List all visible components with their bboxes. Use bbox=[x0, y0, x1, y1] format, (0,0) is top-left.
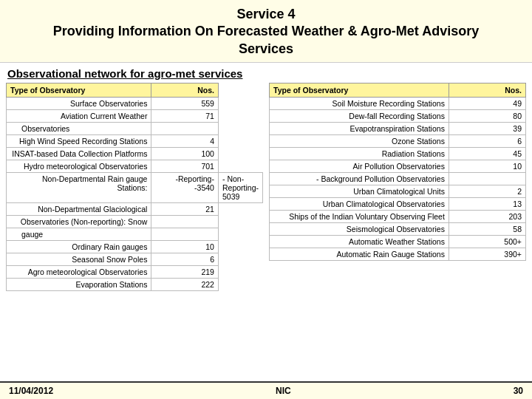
left-table: Type of Observatory Nos. Surface Observa… bbox=[6, 83, 263, 291]
table-row: Automatic Rain Gauge Stations390+ bbox=[270, 248, 526, 261]
right-table: Type of Observatory Nos. Soil Moisture R… bbox=[269, 83, 526, 291]
table-row: Aviation Current Weather71 bbox=[7, 110, 263, 123]
right-col2-header: Nos. bbox=[449, 83, 525, 98]
left-col1-header: Type of Observatory bbox=[7, 83, 151, 98]
table-row: Radiation Stations45 bbox=[270, 148, 526, 160]
table-row: gauge bbox=[7, 228, 263, 241]
table-row: High Wind Speed Recording Stations4 bbox=[7, 135, 263, 148]
table-row: Air Pollution Observatories10 bbox=[270, 160, 526, 173]
table-row: Dew-fall Recording Stations80 bbox=[270, 110, 526, 123]
table-row: Urban Climatological Units2 bbox=[270, 185, 526, 198]
left-col2-header: Nos. bbox=[151, 83, 219, 98]
table-row: Surface Observatories559 bbox=[7, 98, 263, 110]
table-row: Automatic Weather Stations500+ bbox=[270, 236, 526, 248]
table-row: - Background Pollution Observatories bbox=[270, 173, 526, 185]
footer-center: NIC bbox=[276, 386, 291, 396]
table-row: Observatories (Non-reporting): Snow bbox=[7, 216, 263, 228]
table-row: Ozone Stations6 bbox=[270, 135, 526, 148]
table-row: Seasonal Snow Poles6 bbox=[7, 253, 263, 266]
table-row: Soil Moisture Recording Stations49 bbox=[270, 98, 526, 110]
footer-date: 11/04/2012 bbox=[9, 386, 53, 396]
header-title: Service 4 Providing Information On Forec… bbox=[7, 6, 525, 58]
table-row: Ordinary Rain gauges10 bbox=[7, 241, 263, 253]
table-row: Hydro meteorological Observatories701 bbox=[7, 160, 263, 173]
table-row: Agro meteorological Observatories219 bbox=[7, 266, 263, 279]
footer: 11/04/2012 NIC 30 bbox=[0, 381, 532, 399]
header: Service 4 Providing Information On Forec… bbox=[0, 0, 532, 63]
right-col1-header: Type of Observatory bbox=[270, 83, 449, 98]
table-row: Seismological Observatories58 bbox=[270, 223, 526, 236]
table-row: Observatories bbox=[7, 123, 263, 135]
table-row: Non-Departmental Glaciological21 bbox=[7, 203, 263, 216]
section-title: Observational network for agro-met servi… bbox=[0, 63, 532, 83]
footer-page: 30 bbox=[514, 386, 523, 396]
table-row: Ships of the Indian Voluntary Observing … bbox=[270, 211, 526, 223]
table-row: Non-Departmental Rain gaugeStations:-Rep… bbox=[7, 173, 263, 203]
table-row: INSAT-based Data Collection Platforms100 bbox=[7, 148, 263, 160]
table-row: Evapotranspiration Stations39 bbox=[270, 123, 526, 135]
table-row: Urban Climatological Observatories13 bbox=[270, 198, 526, 211]
table-row: Evaporation Stations222 bbox=[7, 279, 263, 291]
